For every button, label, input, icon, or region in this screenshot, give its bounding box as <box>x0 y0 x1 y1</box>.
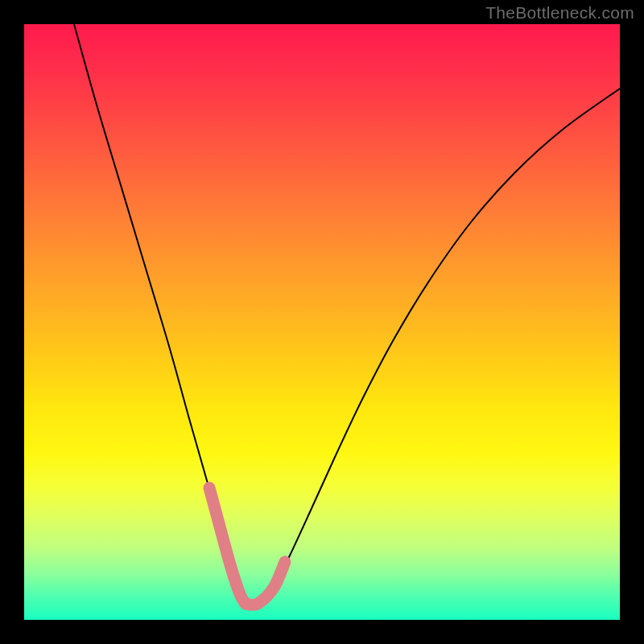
highlight-segment-right <box>246 562 285 605</box>
highlight-segment-left <box>209 488 246 604</box>
chart-frame: TheBottleneck.com <box>0 0 644 644</box>
curve-svg <box>24 24 620 620</box>
bottleneck-curve <box>74 24 620 605</box>
watermark-text: TheBottleneck.com <box>485 3 634 23</box>
plot-area <box>24 24 620 620</box>
